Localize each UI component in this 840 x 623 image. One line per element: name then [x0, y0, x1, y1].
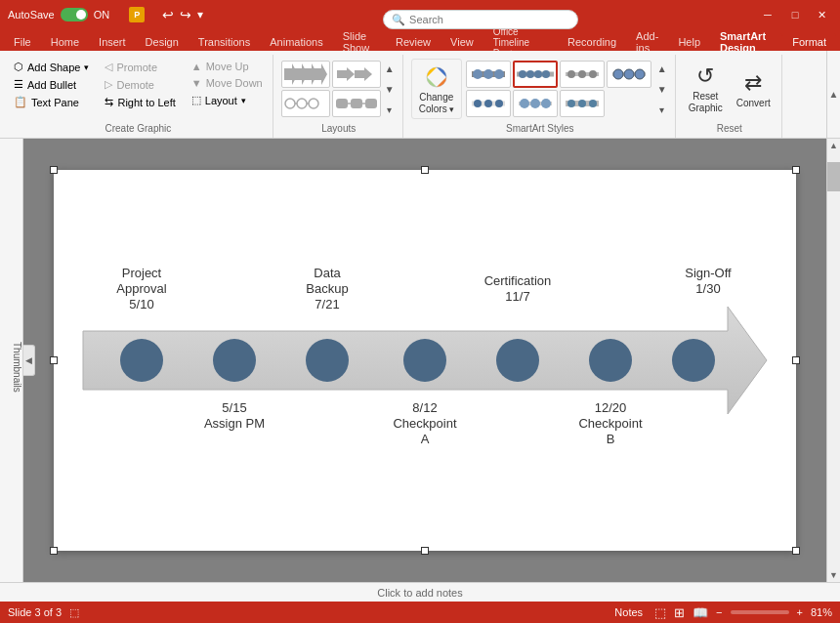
smartart-style-4[interactable]	[607, 61, 651, 88]
svg-point-53	[496, 339, 539, 382]
selection-handle-br[interactable]	[792, 547, 800, 555]
tab-recording[interactable]: Recording	[558, 33, 626, 51]
slide-count: Slide 3 of 3	[8, 606, 62, 618]
tab-design[interactable]: Design	[136, 33, 189, 51]
close-button[interactable]: ✕	[813, 5, 832, 24]
selection-handle-mr[interactable]	[792, 356, 800, 364]
svg-point-27	[542, 70, 550, 78]
smartart-style-2[interactable]	[513, 61, 558, 88]
slide-indicator-icon: ⬚	[69, 606, 79, 619]
move-down-button[interactable]: ▼ Move Down	[188, 75, 267, 91]
zoom-in-icon[interactable]: +	[797, 606, 803, 618]
thumbnails-collapse-button[interactable]: ◀	[23, 345, 35, 376]
move-up-button[interactable]: ▲ Move Up	[188, 59, 267, 74]
layout-button[interactable]: ⬚ Layout ▾	[188, 92, 267, 108]
selection-handle-tl[interactable]	[50, 166, 58, 174]
create-graphic-label: Create Graphic	[105, 121, 171, 136]
selection-handle-ml[interactable]	[50, 356, 58, 364]
redo-icon[interactable]: ↪	[180, 7, 191, 22]
svg-point-51	[306, 339, 349, 382]
smartart-style-5[interactable]	[466, 90, 511, 117]
customize-icon[interactable]: ▾	[197, 8, 203, 21]
slide[interactable]: Project Approval 5/10 Data Backup 7/21 C…	[54, 170, 796, 551]
text-pane-button[interactable]: 📋 Text Pane	[10, 94, 93, 110]
reset-graphic-button[interactable]: ↺ ResetGraphic	[684, 61, 728, 117]
svg-text:12/20: 12/20	[595, 400, 627, 415]
svg-text:Sign-Off: Sign-Off	[685, 266, 732, 280]
smartart-style-3[interactable]	[560, 61, 605, 88]
styles-scroll-expand[interactable]: ▾	[655, 103, 669, 116]
selection-handle-bl[interactable]	[50, 547, 58, 555]
scroll-up-button[interactable]: ▲	[827, 139, 840, 152]
zoom-out-icon[interactable]: −	[716, 606, 722, 618]
svg-point-38	[484, 100, 492, 107]
smartart-style-1[interactable]	[466, 61, 511, 88]
slide-view-icon[interactable]: ⬚	[654, 605, 666, 620]
change-colors-button[interactable]: Change Colors ▾	[411, 59, 462, 119]
change-colors-dropdown[interactable]: ▾	[449, 104, 454, 114]
selection-handle-tm[interactable]	[421, 166, 429, 174]
add-shape-dropdown[interactable]: ▾	[84, 62, 89, 72]
layouts-scroll-expand[interactable]: ▾	[383, 103, 397, 116]
title-bar-right: ─ □ ✕	[758, 5, 832, 24]
tab-home[interactable]: Home	[41, 33, 89, 51]
layouts-scroll-up[interactable]: ▲	[383, 62, 397, 75]
ribbon-group-reset: ↺ ResetGraphic ⇄ Convert Reset	[678, 55, 782, 138]
slide-area[interactable]: ◀	[23, 139, 826, 582]
smartart-style-6[interactable]	[513, 90, 558, 117]
layout-option-3[interactable]	[332, 61, 381, 88]
tab-transitions[interactable]: Transitions	[189, 33, 260, 51]
tab-animations[interactable]: Animations	[260, 33, 332, 51]
smartart-style-7[interactable]	[560, 90, 605, 117]
tab-addins[interactable]: Add-ins	[626, 33, 668, 51]
notes-bar[interactable]: Click to add notes	[0, 582, 840, 602]
right-to-left-button[interactable]: ⇆ Right to Left	[101, 94, 179, 110]
tab-view[interactable]: View	[441, 33, 483, 51]
layouts-label: Layouts	[321, 121, 356, 136]
selection-handle-bm[interactable]	[421, 547, 429, 555]
zoom-slider[interactable]	[731, 610, 789, 614]
tab-office-timeline[interactable]: Office Timeline Pro+	[483, 33, 558, 51]
tab-format[interactable]: Format	[782, 33, 836, 51]
undo-icon[interactable]: ↩	[162, 7, 174, 22]
main-area: Thumbnails ◀	[0, 139, 840, 582]
notes-button[interactable]: Notes	[610, 606, 647, 618]
styles-scroll-up[interactable]: ▲	[655, 62, 669, 75]
minimize-button[interactable]: ─	[758, 5, 777, 24]
tab-insert[interactable]: Insert	[89, 33, 136, 51]
scroll-thumb[interactable]	[827, 162, 840, 191]
scroll-down-button[interactable]: ▼	[827, 568, 840, 582]
reading-view-icon[interactable]: 📖	[693, 605, 708, 620]
search-input[interactable]	[409, 14, 569, 25]
add-bullet-button[interactable]: ☰ Add Bullet	[10, 76, 93, 93]
layout-option-2[interactable]	[281, 90, 330, 117]
svg-point-30	[578, 70, 586, 78]
restore-button[interactable]: □	[785, 5, 805, 24]
tab-file[interactable]: File	[4, 33, 41, 51]
demote-button[interactable]: ▷ Demote	[101, 76, 158, 93]
svg-text:Data: Data	[314, 266, 341, 280]
autosave-label: AutoSave	[8, 9, 55, 21]
zoom-level: 81%	[811, 606, 832, 618]
autosave-state: ON	[94, 9, 110, 21]
autosave-toggle[interactable]	[61, 8, 88, 21]
layout-option-1[interactable]	[281, 61, 330, 88]
layout-option-4[interactable]	[332, 90, 381, 117]
layout-dropdown[interactable]: ▾	[241, 96, 246, 105]
right-to-left-icon: ⇆	[105, 96, 113, 108]
smartart-styles-scroll: ▲ ▼ ▾	[655, 60, 669, 118]
ribbon-collapse[interactable]: ▲	[826, 51, 840, 138]
tab-smartart-design[interactable]: SmartArt Design	[710, 33, 782, 51]
smartart-container[interactable]: Project Approval 5/10 Data Backup 7/21 C…	[63, 180, 786, 541]
promote-button[interactable]: ◁ Promote	[101, 59, 161, 75]
tab-review[interactable]: Review	[386, 33, 441, 51]
tab-help[interactable]: Help	[668, 33, 710, 51]
layouts-scroll-down[interactable]: ▼	[383, 82, 397, 96]
tab-slideshow[interactable]: Slide Show	[333, 33, 386, 51]
selection-handle-tr[interactable]	[792, 166, 800, 174]
svg-text:Assign PM: Assign PM	[204, 416, 265, 431]
add-shape-button[interactable]: ⬡ Add Shape ▾	[10, 59, 93, 75]
styles-scroll-down[interactable]: ▼	[655, 82, 669, 96]
grid-view-icon[interactable]: ⊞	[674, 605, 685, 620]
convert-button[interactable]: ⇄ Convert	[732, 67, 776, 111]
